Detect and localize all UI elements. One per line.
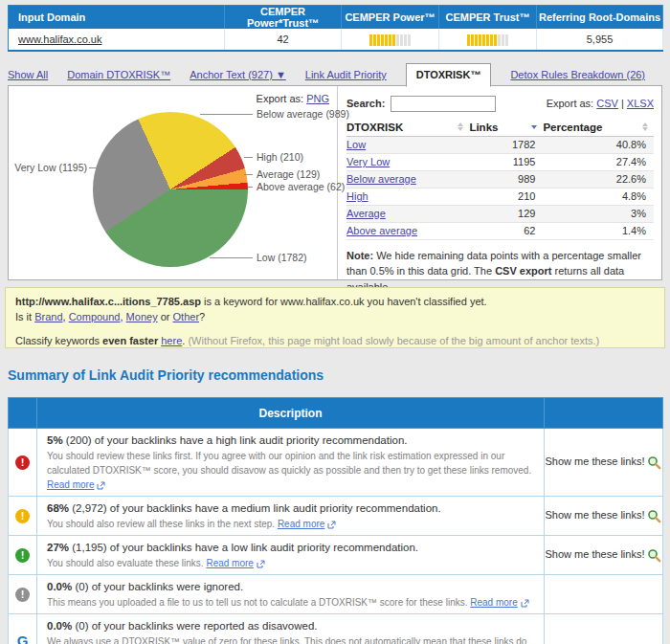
callout-line (200, 114, 253, 115)
power-rating-bar (369, 34, 411, 46)
links-value: 62 (469, 222, 543, 239)
high-priority-icon: ! (15, 455, 30, 470)
risk-link[interactable]: Very Low (346, 156, 390, 167)
magnifier-icon (647, 548, 661, 563)
dtoxrisk-grid-panel: Search: Export as: CSV | XLSX DTOXRISK L… (339, 86, 661, 279)
referring-root-domains-value: 5,955 (537, 29, 663, 51)
grid-row-high: High 210 4.8% (346, 188, 654, 205)
classify-here-link[interactable]: here (161, 335, 182, 346)
tab-show-all[interactable]: Show All (8, 69, 48, 86)
risk-link[interactable]: Above average (346, 225, 417, 236)
ignored-icon: ! (15, 588, 30, 602)
pie-label-high: High (210) (257, 151, 303, 163)
low-priority-icon: ! (15, 548, 30, 563)
pie-export-label: Export as: (257, 93, 304, 104)
grid-row-below-average: Below average 989 22.6% (346, 170, 654, 188)
pie-label-average: Average (129) (257, 168, 320, 180)
percentage-value: 40.8% (543, 136, 654, 153)
link-detox-report-page: { "colors": { "header_blue": "#1a79c0", … (0, 0, 670, 644)
summary-row-medium: ! 68% (2,972) of your backlinks have a m… (9, 497, 663, 536)
link-audit-priority-table: Description ! 5% (200) of your backlinks… (8, 397, 663, 644)
summary-detail: You should also review all these links i… (47, 517, 534, 531)
external-link-icon (327, 521, 336, 529)
grid-export-label: Export as: (547, 98, 594, 109)
grid-search-row: Search: Export as: CSV | XLSX (346, 94, 654, 113)
risk-link[interactable]: Average (346, 208, 386, 219)
sort-icon-percentage[interactable] (642, 122, 648, 131)
sort-icon-dtoxrisk[interactable] (458, 122, 463, 131)
sort-icon-links-active[interactable] (531, 125, 537, 129)
export-xlsx-link[interactable]: XLSX (627, 98, 654, 109)
export-png-link[interactable]: PNG (306, 93, 329, 104)
callout-line (89, 167, 99, 168)
tab-domain-dtoxrisk[interactable]: Domain DTOXRISK™ (67, 69, 170, 86)
keyword-text: http://www.halifax.c...itions_7785.asp (15, 296, 201, 307)
classify-brand-link[interactable]: Brand (34, 311, 62, 322)
show-links-button[interactable]: Show me these links! (546, 509, 662, 521)
read-more-link[interactable]: Read more (278, 519, 336, 529)
read-more-link[interactable]: Read more (470, 597, 528, 608)
read-more-link[interactable]: Read more (206, 558, 264, 568)
risk-link[interactable]: Low (346, 139, 366, 150)
risk-link[interactable]: Below average (346, 173, 416, 185)
summary-header-row: Description (9, 398, 663, 429)
tab-dtoxrisk-active[interactable]: DTOXRISK™ (406, 63, 492, 87)
classify-money-link[interactable]: Money (126, 311, 158, 322)
summary-detail: You should review these links first. If … (47, 449, 534, 492)
header-trust: CEMPER Trust™ (439, 6, 537, 30)
summary-detail: This means you uploaded a file to us to … (47, 595, 534, 610)
pie-label-below-average: Below average (989) (257, 108, 349, 120)
summary-title: 0.0% (0) of your backlinks were reported… (47, 618, 534, 633)
summary-detail: You should also evaluate these links. Re… (47, 556, 534, 570)
magnifier-icon (647, 509, 661, 523)
google-disavow-icon: G (17, 633, 29, 644)
links-value: 129 (469, 205, 543, 222)
summary-row-ignored: ! 0.0% (0) of your backlinks were ignore… (9, 575, 663, 614)
tab-anchor-text[interactable]: Anchor Text (927) ▼ (190, 69, 286, 86)
notice-line1: http://www.halifax.c...itions_7785.asp i… (15, 296, 655, 307)
risk-link[interactable]: High (346, 190, 368, 202)
read-more-link[interactable]: Read more (47, 479, 105, 490)
medium-priority-icon: ! (15, 509, 30, 523)
show-links-button[interactable]: Show me these links! (546, 548, 662, 560)
callout-line (210, 257, 253, 258)
percentage-value: 27.4% (543, 153, 654, 170)
firefox-hint: (Without Firefox, this page might load s… (188, 335, 599, 346)
search-input[interactable] (391, 96, 496, 112)
summary-header-description: Description (37, 398, 545, 429)
summary-title: 5% (200) of your backlinks have a high l… (47, 433, 534, 448)
summary-title: 27% (1,195) of your backlinks have a low… (47, 540, 534, 555)
summary-row-disavowed: G 0.0% (0) of your backlinks were report… (9, 614, 663, 644)
trust-rating-bar (467, 34, 508, 46)
summary-table-wrap: Description ! 5% (200) of your backlinks… (8, 397, 662, 644)
metrics-header-row: Input Domain CEMPER Power*Trust™ CEMPER … (9, 6, 663, 30)
links-value: 1195 (469, 153, 543, 170)
classify-other-link[interactable]: Other (173, 311, 200, 322)
summary-header-icon-col (9, 398, 37, 429)
dtoxrisk-pie-chart[interactable] (93, 112, 248, 267)
grid-row-low: Low 1782 40.8% (346, 136, 654, 153)
show-links-button[interactable]: Show me these links! (546, 455, 662, 467)
callout-line (244, 157, 253, 158)
input-domain-link[interactable]: www.halifax.co.uk (18, 33, 101, 45)
header-power: CEMPER Power™ (342, 6, 439, 30)
external-link-icon (257, 560, 265, 568)
tab-detox-rules-breakdown[interactable]: Detox Rules Breakdown (26) (510, 69, 645, 86)
percentage-value: 3% (543, 205, 654, 222)
grid-row-above-average: Above average 62 1.4% (346, 222, 654, 239)
pie-export-line: Export as: PNG (257, 93, 329, 104)
export-csv-link[interactable]: CSV (596, 98, 618, 109)
pie-label-low: Low (1782) (257, 252, 307, 263)
header-power-trust: CEMPER Power*Trust™ (225, 6, 342, 30)
metrics-value-row: www.halifax.co.uk 42 5,955 (9, 29, 663, 51)
summary-row-low: ! 27% (1,195) of your backlinks have a l… (9, 536, 663, 575)
percentage-value: 4.8% (543, 188, 654, 205)
tab-link-audit-priority[interactable]: Link Audit Priority (305, 69, 387, 86)
col-header-links: Links (469, 122, 498, 133)
dtoxrisk-tab-content: Export as: PNG Below average (989) High … (8, 85, 662, 280)
classify-compound-link[interactable]: Compound (69, 311, 121, 322)
col-header-dtoxrisk: DTOXRISK (346, 122, 403, 133)
note-csv-export: CSV export (495, 265, 551, 277)
pie-label-very-low: Very Low (1195) (11, 162, 87, 173)
external-link-icon (97, 481, 105, 490)
